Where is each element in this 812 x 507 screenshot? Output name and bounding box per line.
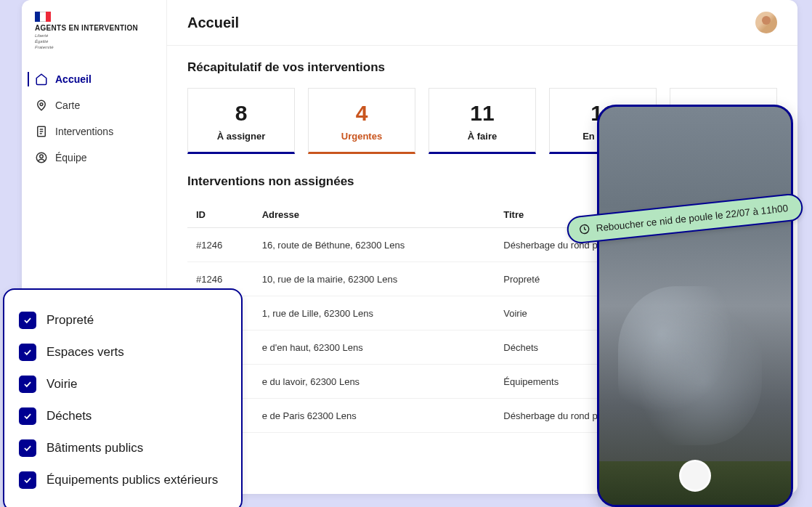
cell-address: 1, rue de Lille, 62300 Lens: [253, 296, 495, 330]
topbar: Accueil: [167, 0, 797, 46]
brand-motto: Liberté Égalité Fraternité: [35, 33, 153, 50]
filter-item[interactable]: Équipements publics extérieurs: [17, 464, 228, 496]
nav-label: Carte: [55, 100, 80, 111]
nav-item-carte[interactable]: Carte: [22, 92, 166, 118]
phone-camera-view: [599, 107, 791, 505]
stat-card-assigner[interactable]: 8 À assigner: [187, 88, 295, 154]
stat-label: Urgentes: [317, 131, 406, 142]
cell-address: e du lavoir, 62300 Lens: [253, 365, 495, 399]
stat-value: 11: [438, 100, 527, 126]
logo-block: AGENTS EN INTERVENTION Liberté Égalité F…: [22, 9, 166, 60]
main-nav: Accueil Carte Interventions Équipe: [22, 66, 166, 171]
shutter-button[interactable]: [679, 460, 711, 492]
home-icon: [35, 73, 48, 86]
filter-label: Propreté: [46, 313, 94, 328]
cell-address: e de Paris 62300 Lens: [253, 399, 495, 433]
filter-item[interactable]: Déchets: [17, 400, 228, 432]
nav-item-equipe[interactable]: Équipe: [22, 145, 166, 171]
cell-address: 10, rue de la mairie, 62300 Lens: [253, 262, 495, 296]
svg-point-0: [40, 103, 43, 106]
nav-label: Interventions: [55, 126, 113, 137]
filter-label: Espaces verts: [46, 345, 124, 360]
svg-point-6: [40, 155, 44, 158]
checkbox[interactable]: [19, 407, 36, 425]
checkbox[interactable]: [19, 439, 36, 457]
filter-label: Bâtiments publics: [46, 441, 143, 455]
cell-address: e d'en haut, 62300 Lens: [253, 330, 495, 365]
filter-label: Voirie: [46, 377, 78, 392]
th-address: Adresse: [253, 202, 495, 228]
nav-item-interventions[interactable]: Interventions: [22, 118, 166, 145]
filter-panel: PropretéEspaces vertsVoirieDéchetsBâtime…: [3, 288, 243, 507]
stat-label: À faire: [438, 131, 527, 142]
nav-item-accueil[interactable]: Accueil: [22, 66, 166, 92]
clock-icon: [578, 223, 591, 236]
page-title: Accueil: [187, 15, 239, 31]
filter-item[interactable]: Voirie: [17, 368, 228, 400]
nav-label: Accueil: [55, 73, 92, 85]
filter-item[interactable]: Espaces verts: [17, 336, 228, 368]
avatar[interactable]: [755, 12, 777, 33]
cell-id: #1246: [187, 228, 253, 262]
filter-label: Équipements publics extérieurs: [46, 473, 218, 487]
phone-mock: [597, 105, 793, 507]
stat-value: 8: [197, 100, 285, 126]
flag-icon: [35, 12, 51, 22]
th-id: ID: [187, 202, 253, 228]
stat-value: 4: [317, 100, 406, 126]
checkbox[interactable]: [19, 471, 36, 489]
filter-label: Déchets: [46, 409, 92, 423]
brand-name: AGENTS EN INTERVENTION: [35, 24, 153, 32]
summary-title: Récapitulatif de vos interventions: [187, 60, 777, 75]
checkbox[interactable]: [19, 312, 36, 329]
nav-label: Équipe: [55, 152, 87, 163]
cell-address: 16, route de Béthune, 62300 Lens: [253, 228, 495, 262]
checkbox[interactable]: [19, 376, 36, 393]
stat-card-urgentes[interactable]: 4 Urgentes: [308, 88, 415, 154]
file-icon: [35, 125, 48, 138]
stat-card-afaire[interactable]: 11 À faire: [429, 88, 536, 154]
stat-label: À assigner: [197, 131, 285, 142]
checkbox[interactable]: [19, 344, 36, 361]
filter-item[interactable]: Bâtiments publics: [17, 432, 228, 464]
filter-item[interactable]: Propreté: [17, 304, 228, 336]
pin-icon: [35, 99, 48, 112]
user-icon: [35, 151, 48, 164]
